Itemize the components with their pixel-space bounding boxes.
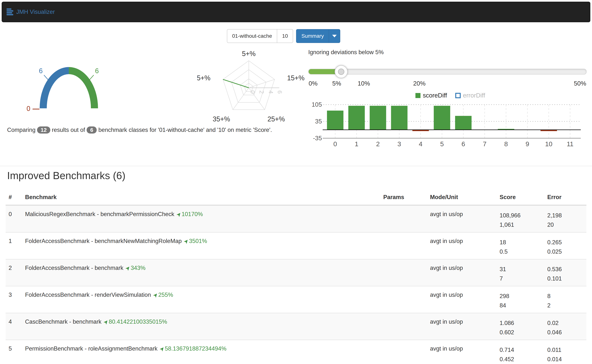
improvement-radar-chart: 02465+%15+%25+%35+%45+%: [197, 48, 315, 127]
app-title: JMH Visualizer: [16, 9, 55, 15]
benchmark-row[interactable]: 2 FolderAccessBenchmark - benchmark➤343%…: [6, 259, 586, 286]
error-run1: 2,198: [547, 211, 583, 220]
benchmark-row[interactable]: 0 MaliciousRegexBenchmark - benchmarkPer…: [6, 205, 586, 233]
error-run1: 0.02: [547, 318, 583, 328]
improvement-percent: 58.136791887234494%: [165, 345, 226, 352]
row-index: 0: [6, 205, 22, 233]
benchmark-name-cell: MaliciousRegexBenchmark - benchmarkPermi…: [22, 205, 380, 233]
benchmark-name-cell: FolderAccessBenchmark - benchmarkNewMatc…: [22, 232, 380, 259]
score-run2: 7: [500, 274, 541, 283]
mode-unit-cell: avgt in us/op: [427, 259, 497, 286]
svg-text:25+%: 25+%: [268, 115, 285, 123]
benchmark-row[interactable]: 5 PermissionBenchmark - roleAssignmentBe…: [6, 340, 586, 364]
error-run2: 0.014: [547, 355, 583, 364]
score-run1: 0.714: [500, 345, 541, 355]
improvement-percent: 3501%: [189, 238, 207, 244]
col-header-error: Error: [544, 190, 586, 205]
error-cell: 0.265 0.025: [544, 232, 586, 259]
svg-text:9: 9: [526, 140, 529, 148]
col-header-num: #: [6, 190, 22, 205]
benchmark-row[interactable]: 4 CascBenchmark - benchmark➤80.414221003…: [6, 313, 586, 340]
svg-text:5+%: 5+%: [242, 50, 256, 58]
improvement-percent: 255%: [158, 292, 173, 298]
benchmark-row[interactable]: 3 FolderAccessBenchmark - renderViewSimu…: [6, 286, 586, 313]
col-header-score: Score: [497, 190, 544, 205]
run-selector-group: 01-without-cache 10: [227, 29, 293, 43]
score-run1: 31: [500, 265, 541, 274]
error-run1: 0.011: [547, 345, 583, 355]
legend-item-errordiff[interactable]: errorDiff: [455, 92, 485, 99]
svg-text:1: 1: [355, 140, 358, 148]
benchmark-name-cell: PermissionBenchmark - roleAssignmentBenc…: [22, 340, 380, 364]
summary-middle: results out of: [52, 127, 85, 133]
slider-tick-50: 50%: [574, 80, 586, 87]
svg-text:0: 0: [333, 140, 337, 148]
benchmark-name-cell: CascBenchmark - benchmark➤80.41422100335…: [22, 313, 380, 340]
svg-text:6: 6: [276, 90, 283, 94]
score-run2: 0.452: [500, 355, 541, 364]
legend-item-scorediff[interactable]: scoreDiff: [415, 92, 447, 99]
mode-unit-cell: avgt in us/op: [427, 232, 497, 259]
params-cell: [380, 313, 427, 340]
run2-button[interactable]: 10: [277, 29, 293, 43]
mode-unit-cell: avgt in us/op: [427, 313, 497, 340]
svg-text:11: 11: [567, 140, 573, 148]
summary-view-button[interactable]: Summary: [296, 29, 329, 43]
scorediff-swatch-icon: [415, 93, 420, 98]
params-cell: [380, 205, 427, 233]
row-index: 1: [6, 232, 22, 259]
navbar: JMH Visualizer: [2, 2, 590, 22]
score-run2: 84: [500, 301, 541, 310]
svg-text:5: 5: [440, 140, 444, 148]
chevron-down-icon: [332, 35, 337, 37]
benchmark-name: MaliciousRegexBenchmark - benchmarkPermi…: [25, 211, 174, 217]
table-header-row: # Benchmark Params Mode/Unit Score Error: [6, 190, 586, 205]
svg-text:3: 3: [397, 140, 401, 148]
scorediff-label: scoreDiff: [423, 92, 447, 99]
error-run1: 8: [547, 292, 583, 301]
run-controls: 01-without-cache 10 Summary: [227, 29, 340, 43]
svg-text:15+%: 15+%: [287, 74, 304, 82]
benchmark-name: CascBenchmark - benchmark: [25, 318, 101, 325]
improved-benchmarks-table: # Benchmark Params Mode/Unit Score Error…: [6, 190, 586, 364]
error-run2: 2: [547, 301, 583, 310]
params-cell: [380, 259, 427, 286]
navbar-brand[interactable]: JMH Visualizer: [2, 8, 55, 16]
slider-handle-grip: [338, 69, 344, 75]
view-selector-group: Summary: [296, 29, 340, 43]
col-header-params: Params: [380, 190, 427, 205]
menu-icon: [7, 8, 14, 16]
svg-text:35+%: 35+%: [213, 115, 230, 123]
classes-count-badge: 6: [87, 126, 97, 134]
benchmark-name: PermissionBenchmark - roleAssignmentBenc…: [25, 345, 157, 352]
score-run1: 18: [500, 238, 541, 247]
svg-text:8: 8: [504, 140, 508, 148]
error-cell: 0.011 0.014: [544, 340, 586, 364]
improvement-percent: 80.41422100335015%: [109, 318, 167, 325]
view-dropdown-toggle[interactable]: [329, 29, 340, 43]
svg-text:45+%: 45+%: [197, 74, 210, 82]
deviation-slider-track[interactable]: [308, 69, 586, 75]
svg-text:-35: -35: [313, 135, 322, 142]
benchmark-row[interactable]: 1 FolderAccessBenchmark - benchmarkNewMa…: [6, 232, 586, 259]
slider-tick-20: 20%: [413, 80, 425, 87]
row-index: 3: [6, 286, 22, 313]
score-run2: 0.5: [500, 247, 541, 256]
error-cell: 2,198 20: [544, 205, 586, 233]
row-index: 4: [6, 313, 22, 340]
score-cell: 298 84: [497, 286, 544, 313]
run1-button[interactable]: 01-without-cache: [227, 29, 277, 43]
summary-prefix: Comparing: [7, 127, 35, 133]
score-cell: 31 7: [497, 259, 544, 286]
errordiff-label: errorDiff: [463, 92, 485, 99]
svg-text:6: 6: [461, 140, 465, 148]
row-index: 2: [6, 259, 22, 286]
score-run1: 108,966: [500, 211, 541, 220]
improvement-percent: 10170%: [182, 211, 203, 217]
deviation-slider-handle[interactable]: [335, 65, 348, 78]
score-cell: 0.714 0.452: [497, 340, 544, 364]
svg-text:4: 4: [419, 140, 422, 148]
deviation-slider-fill: [309, 69, 338, 74]
score-run2: 0.602: [500, 328, 541, 337]
error-cell: 0.536 0.101: [544, 259, 586, 286]
